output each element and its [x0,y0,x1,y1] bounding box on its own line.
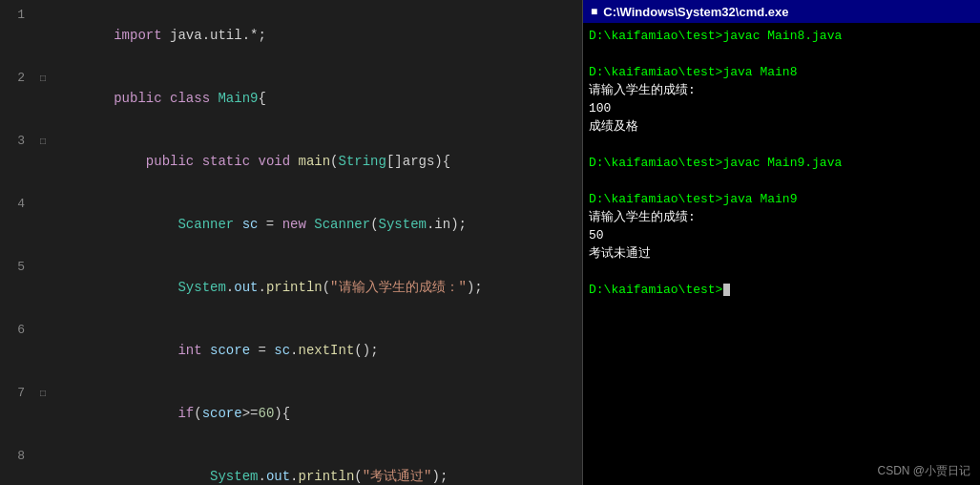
cmd-line-7 [589,136,974,154]
cmd-line-1: D:\kaifamiao\test>javac Main8.java [589,27,974,45]
code-line-1: 1 import java.util.*; [0,4,582,67]
cmd-window: ■ C:\Windows\System32\cmd.exe D:\kaifami… [582,0,980,485]
cursor [723,284,730,296]
line-num-8: 8 [0,446,36,467]
code-line-4: 4 Scanner sc = new Scanner(System.in); [0,193,582,256]
fold-3: □ [36,132,50,153]
line-num-4: 4 [0,194,36,215]
cmd-line-6: 成绩及格 [589,117,974,136]
cmd-line-15: D:\kaifamiao\test> [589,281,974,299]
cmd-line-14 [589,263,974,281]
line-num-7: 7 [0,383,36,404]
fold-7: □ [36,384,50,405]
line-content-8: System.out.println("考试通过"); [50,445,582,485]
line-content-4: Scanner sc = new Scanner(System.in); [50,193,582,256]
cmd-line-8: D:\kaifamiao\test>javac Main9.java [589,154,974,172]
cmd-line-11: 请输入学生的成绩: [589,208,974,226]
code-line-6: 6 int score = sc.nextInt(); [0,319,582,382]
cmd-line-12: 50 [589,226,974,244]
cmd-line-9 [589,172,974,190]
cmd-icon: ■ [591,5,597,18]
code-line-8: 8 System.out.println("考试通过"); [0,445,582,485]
line-content-5: System.out.println("请输入学生的成绩："); [50,256,582,319]
line-num-2: 2 [0,68,36,89]
line-content-1: import java.util.*; [50,4,582,67]
cmd-body: D:\kaifamiao\test>javac Main8.java D:\ka… [583,23,980,485]
line-num-1: 1 [0,5,36,26]
cmd-line-13: 考试未通过 [589,244,974,263]
cmd-titlebar: ■ C:\Windows\System32\cmd.exe [583,0,980,23]
cmd-line-3: D:\kaifamiao\test>java Main8 [589,63,974,81]
line-content-2: public class Main9{ [50,67,582,130]
line-num-6: 6 [0,320,36,341]
cmd-line-5: 100 [589,99,974,117]
line-num-5: 5 [0,257,36,278]
code-editor: 1 import java.util.*; 2 □ public class M… [0,0,582,485]
line-content-7: if(score>=60){ [50,382,582,445]
cmd-line-4: 请输入学生的成绩: [589,81,974,99]
code-line-3: 3 □ public static void main(String[]args… [0,130,582,193]
line-content-6: int score = sc.nextInt(); [50,319,582,382]
line-content-3: public static void main(String[]args){ [50,130,582,193]
code-lines: 1 import java.util.*; 2 □ public class M… [0,0,582,485]
code-line-5: 5 System.out.println("请输入学生的成绩："); [0,256,582,319]
line-num-3: 3 [0,131,36,152]
watermark: CSDN @小贾日记 [877,463,970,479]
fold-2: □ [36,69,50,90]
code-line-2: 2 □ public class Main9{ [0,67,582,130]
cmd-line-2 [589,45,974,63]
code-line-7: 7 □ if(score>=60){ [0,382,582,445]
cmd-line-10: D:\kaifamiao\test>java Main9 [589,190,974,208]
cmd-title: C:\Windows\System32\cmd.exe [603,5,788,19]
